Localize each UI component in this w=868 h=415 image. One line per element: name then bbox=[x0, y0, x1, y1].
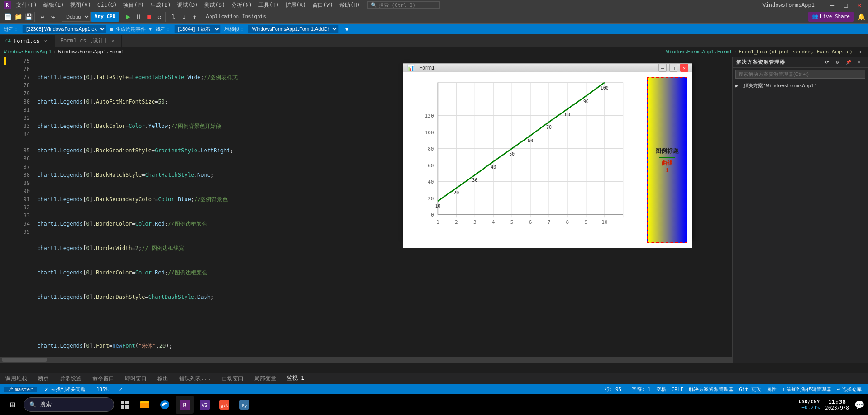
step-into-btn[interactable]: ↓ bbox=[179, 12, 189, 22]
breadcrumb-class-path[interactable]: WindowsFormsApp1.Form1 bbox=[666, 49, 732, 55]
toolbar-debug-group: Debug Any CPU bbox=[61, 12, 120, 22]
vs-code-btn[interactable]: R bbox=[176, 396, 194, 414]
spaces-status[interactable]: 空格 bbox=[653, 386, 669, 393]
menu-file[interactable]: 文件(F) bbox=[14, 0, 40, 10]
chart-line bbox=[438, 83, 604, 201]
menu-git[interactable]: Git(G) bbox=[95, 1, 119, 9]
menu-test[interactable]: 测试(S) bbox=[201, 0, 228, 10]
menu-view[interactable]: 视图(V) bbox=[67, 0, 94, 10]
menu-tools[interactable]: 工具(T) bbox=[256, 0, 282, 10]
git-branch-btn[interactable]: ⎇ master bbox=[4, 387, 37, 392]
menu-debug[interactable]: 调试(D) bbox=[175, 0, 201, 10]
step-out-btn[interactable]: ↑ bbox=[189, 12, 199, 22]
tab-form1-design-close[interactable]: ✕ bbox=[110, 38, 116, 44]
menu-analyze[interactable]: 分析(N) bbox=[229, 0, 255, 10]
solution-manager-status[interactable]: 解决方案资源管理器 bbox=[686, 386, 736, 393]
breadcrumb-root[interactable]: WindowsFormsApp1 bbox=[4, 49, 52, 55]
cpu-selector[interactable]: Any CPU bbox=[91, 12, 119, 22]
menu-build[interactable]: 生成(B) bbox=[148, 0, 174, 10]
editor-expand-btn[interactable]: ⊞ bbox=[854, 47, 864, 57]
time-display: 11:38 bbox=[828, 398, 846, 405]
open-file-btn[interactable]: 📁 bbox=[13, 12, 23, 22]
debug-tab-command[interactable]: 命令窗口 bbox=[91, 374, 116, 383]
debug-tab-callstack[interactable]: 调用堆栈 bbox=[4, 374, 29, 383]
start-btn[interactable]: ▶ bbox=[123, 12, 133, 22]
debug-tab-errors[interactable]: 错误列表... bbox=[177, 374, 213, 383]
zoom-item[interactable]: 185% bbox=[94, 387, 111, 392]
line-col-status[interactable]: 行: 95 字符: 1 bbox=[602, 386, 653, 393]
maximize-btn[interactable]: □ bbox=[841, 0, 851, 10]
notifications-btn[interactable]: 🔔 bbox=[856, 12, 866, 22]
pause-btn[interactable]: ⏸ bbox=[134, 12, 143, 22]
tab-form1-cs[interactable]: C# Form1.cs ✕ bbox=[0, 35, 55, 47]
menu-search-box[interactable]: 🔍 搜索 (Ctrl+Q) bbox=[367, 1, 440, 9]
debug-tab-immediate[interactable]: 即时窗口 bbox=[123, 374, 148, 383]
debug-tab-output[interactable]: 输出 bbox=[156, 374, 170, 383]
stop-btn[interactable]: ■ bbox=[144, 12, 154, 22]
git-btn[interactable]: git bbox=[215, 396, 234, 414]
redo-btn[interactable]: ↪ bbox=[48, 12, 58, 22]
tab-form1-design[interactable]: Form1.cs [设计] ✕ bbox=[55, 35, 122, 47]
menu-help[interactable]: 帮助(H) bbox=[337, 0, 363, 10]
select-repo-btn[interactable]: ↩ 选择仓库 bbox=[834, 386, 864, 393]
step-over-btn[interactable]: ⤵ bbox=[168, 12, 178, 22]
edge-btn[interactable] bbox=[156, 396, 174, 414]
check-icon-btn[interactable]: ✓ bbox=[117, 387, 125, 392]
close-btn[interactable]: ✕ bbox=[854, 0, 864, 10]
sidebar-solution-label: 解决方案'WindowsFormsApp1' bbox=[743, 83, 817, 89]
sidebar-close-btn[interactable]: ✕ bbox=[854, 57, 864, 67]
breadcrumb-file[interactable]: WindowsFormsApp1.Form1 bbox=[58, 49, 124, 55]
chart-close-btn[interactable]: ✕ bbox=[680, 64, 688, 72]
vs-btn2[interactable]: VS bbox=[196, 396, 214, 414]
app-insights-label: Application Insights bbox=[206, 14, 266, 19]
notification-center-btn[interactable]: 💬 bbox=[854, 400, 864, 410]
sidebar-settings-btn[interactable]: ⚙ bbox=[833, 57, 843, 67]
explorer-icon bbox=[139, 399, 150, 410]
h-scrollbar-thumb[interactable] bbox=[2, 358, 47, 362]
live-share-button[interactable]: 👥 Live Share bbox=[808, 12, 854, 22]
menu-edit[interactable]: 编辑(E) bbox=[41, 0, 67, 10]
tab-bar: C# Form1.cs ✕ Form1.cs [设计] ✕ bbox=[0, 34, 868, 47]
sidebar-search-input[interactable] bbox=[735, 70, 865, 79]
git-changes-status[interactable]: Git 更改 bbox=[736, 386, 764, 393]
sidebar-pin-btn[interactable]: 📌 bbox=[844, 57, 854, 67]
save-btn[interactable]: 💾 bbox=[24, 12, 33, 22]
menu-project[interactable]: 项目(P) bbox=[120, 0, 147, 10]
taskbar-search-box[interactable]: 🔍 搜索 bbox=[24, 397, 114, 412]
menu-ext[interactable]: 扩展(X) bbox=[283, 0, 309, 10]
error-status[interactable]: ✗ 未找到相关问题 bbox=[42, 386, 88, 393]
undo-btn[interactable]: ↩ bbox=[38, 12, 48, 22]
tab-form1-cs-close[interactable]: ✕ bbox=[43, 38, 49, 44]
explorer-btn[interactable] bbox=[136, 396, 154, 414]
start-button[interactable]: ⊞ bbox=[4, 396, 22, 414]
debug-tab-auto[interactable]: 自动窗口 bbox=[220, 374, 245, 383]
restart-btn[interactable]: ↺ bbox=[154, 12, 164, 22]
debug-tab-exceptions[interactable]: 异常设置 bbox=[58, 374, 83, 383]
process-select[interactable]: [22308] WindowsFormsApp1.ex bbox=[22, 25, 106, 33]
sidebar-solution-root[interactable]: ▶ 解决方案'WindowsFormsApp1' bbox=[733, 80, 868, 91]
sidebar-sync-btn[interactable]: ⟳ bbox=[822, 57, 832, 67]
thread-select[interactable]: [13044] 主线程 bbox=[174, 25, 221, 33]
debug-tab-locals[interactable]: 局部变量 bbox=[253, 374, 278, 383]
debug-tab-watch1[interactable]: 监视 1 bbox=[285, 373, 306, 383]
clock[interactable]: 11:38 2023/9/8 bbox=[825, 398, 849, 411]
svg-text:100: 100 bbox=[601, 85, 609, 90]
python-btn[interactable]: Py bbox=[235, 396, 253, 414]
lifecycle-label[interactable]: ■ 生命周期事件 ▼ bbox=[110, 26, 152, 33]
minimize-btn[interactable]: — bbox=[827, 0, 837, 10]
debug-tab-breakpoints[interactable]: 断点 bbox=[36, 374, 51, 383]
stock-info[interactable]: USD/CNY +0.21% bbox=[799, 399, 820, 410]
add-code-btn[interactable]: ↑ 添加到源代码管理器 bbox=[779, 386, 835, 393]
new-file-btn[interactable]: 📄 bbox=[3, 12, 13, 22]
menu-window[interactable]: 窗口(W) bbox=[310, 0, 336, 10]
chart-restore-btn[interactable]: □ bbox=[669, 64, 677, 72]
stack-select[interactable]: WindowsFormsApp1.Form1.AddChart... bbox=[248, 25, 339, 33]
breadcrumb-method-path[interactable]: Form1_Load(object sender, EventArgs e) bbox=[739, 49, 853, 55]
properties-status[interactable]: 属性 bbox=[764, 386, 779, 393]
chart-minimize-btn[interactable]: — bbox=[658, 64, 667, 72]
stack-nav-btn[interactable]: ▼ bbox=[342, 24, 352, 34]
h-scrollbar[interactable] bbox=[0, 357, 732, 363]
taskview-btn[interactable] bbox=[116, 396, 134, 414]
encoding-status[interactable]: CRLF bbox=[669, 387, 687, 392]
debug-mode-select[interactable]: Debug bbox=[62, 12, 91, 22]
